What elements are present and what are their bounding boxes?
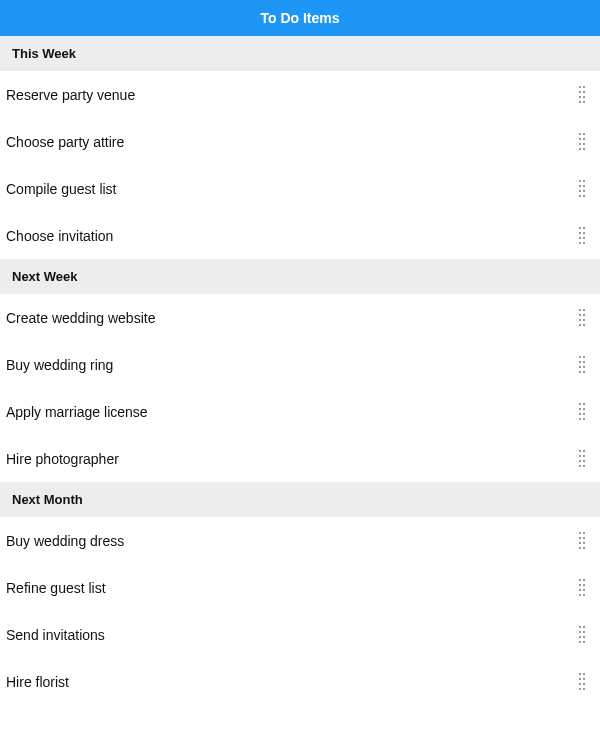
drag-handle-icon[interactable] xyxy=(576,180,588,198)
todo-item-label: Choose party attire xyxy=(4,134,576,150)
drag-handle-icon[interactable] xyxy=(576,86,588,104)
drag-handle-icon[interactable] xyxy=(576,227,588,245)
todo-item-label: Send invitations xyxy=(4,627,576,643)
section-header: Next Month xyxy=(0,482,600,517)
section-header: Next Week xyxy=(0,259,600,294)
section-header: This Week xyxy=(0,36,600,71)
todo-item[interactable]: Choose invitation xyxy=(0,212,600,259)
todo-item-label: Create wedding website xyxy=(4,310,576,326)
section-title: Next Month xyxy=(12,492,83,507)
todo-item[interactable]: Reserve party venue xyxy=(0,71,600,118)
todo-item[interactable]: Hire photographer xyxy=(0,435,600,482)
page-title: To Do Items xyxy=(260,10,339,26)
drag-handle-icon[interactable] xyxy=(576,579,588,597)
todo-item[interactable]: Choose party attire xyxy=(0,118,600,165)
todo-item[interactable]: Buy wedding ring xyxy=(0,341,600,388)
todo-item-label: Compile guest list xyxy=(4,181,576,197)
todo-item-label: Apply marriage license xyxy=(4,404,576,420)
drag-handle-icon[interactable] xyxy=(576,403,588,421)
todo-item[interactable]: Refine guest list xyxy=(0,564,600,611)
section-title: Next Week xyxy=(12,269,78,284)
todo-item-label: Reserve party venue xyxy=(4,87,576,103)
todo-item-label: Buy wedding dress xyxy=(4,533,576,549)
section-title: This Week xyxy=(12,46,76,61)
todo-item[interactable]: Hire florist xyxy=(0,658,600,705)
todo-item-label: Refine guest list xyxy=(4,580,576,596)
page-header: To Do Items xyxy=(0,0,600,36)
todo-item[interactable]: Buy wedding dress xyxy=(0,517,600,564)
drag-handle-icon[interactable] xyxy=(576,673,588,691)
todo-item-label: Hire florist xyxy=(4,674,576,690)
drag-handle-icon[interactable] xyxy=(576,356,588,374)
todo-item-label: Choose invitation xyxy=(4,228,576,244)
todo-item[interactable]: Send invitations xyxy=(0,611,600,658)
todo-item[interactable]: Create wedding website xyxy=(0,294,600,341)
drag-handle-icon[interactable] xyxy=(576,133,588,151)
todo-item[interactable]: Apply marriage license xyxy=(0,388,600,435)
drag-handle-icon[interactable] xyxy=(576,450,588,468)
drag-handle-icon[interactable] xyxy=(576,532,588,550)
drag-handle-icon[interactable] xyxy=(576,309,588,327)
todo-item[interactable]: Compile guest list xyxy=(0,165,600,212)
todo-item-label: Buy wedding ring xyxy=(4,357,576,373)
drag-handle-icon[interactable] xyxy=(576,626,588,644)
todo-item-label: Hire photographer xyxy=(4,451,576,467)
